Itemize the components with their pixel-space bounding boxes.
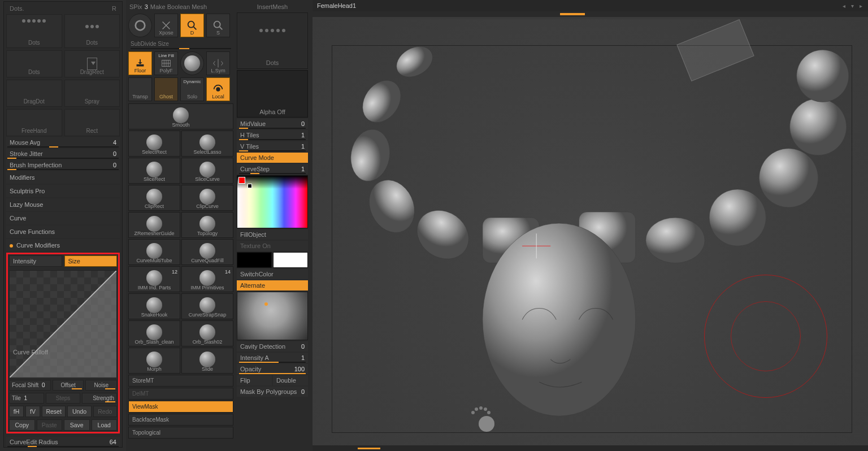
load-button[interactable]: Load — [92, 419, 118, 431]
paste-button[interactable]: Paste — [37, 419, 63, 431]
stroke-dragdot[interactable]: DragDot — [6, 80, 62, 107]
brush-curvemultitube[interactable]: CurveMultiTube — [128, 239, 180, 265]
shade-button[interactable] — [180, 51, 204, 75]
brush-slide[interactable]: Slide — [181, 348, 233, 374]
curvestep-slider[interactable]: CurveStep1 — [237, 164, 308, 174]
brush-imm-primitives[interactable]: 14IMM Primitives — [181, 266, 233, 292]
brush-clipcurve[interactable]: ClipCurve — [181, 185, 233, 211]
stroke-dots-3[interactable]: Dots — [6, 50, 62, 77]
brush-selectlasso[interactable]: SelectLasso — [181, 131, 233, 157]
flip-h-button[interactable]: fH — [9, 406, 24, 417]
reset-button[interactable]: Reset — [42, 406, 66, 417]
stroke-freehand[interactable]: FreeHand — [6, 109, 62, 136]
vtiles-slider[interactable]: V Tiles1 — [237, 141, 308, 151]
intensity-toggle[interactable]: Intensity — [9, 255, 62, 267]
flip-button[interactable]: Flip — [237, 375, 272, 385]
brush-curvequadfill[interactable]: CurveQuadFill — [181, 239, 233, 265]
offset-button[interactable]: Offset — [53, 380, 84, 391]
noise-button[interactable]: Noise — [85, 380, 117, 391]
flip-v-button[interactable]: fV — [25, 406, 40, 417]
local-button[interactable]: Local — [206, 77, 230, 101]
section-curve-modifiers[interactable]: Curve Modifiers — [6, 239, 120, 251]
primary-swatch-icon[interactable] — [238, 177, 245, 184]
stroke-dots-1[interactable]: Dots — [6, 14, 62, 48]
chevron-right-icon[interactable]: ▸ — [860, 3, 862, 9]
section-modifiers[interactable]: Modifiers — [6, 171, 120, 184]
intensity-a-slider[interactable]: Intensity A1 — [237, 353, 308, 363]
textureon-button[interactable]: Texture On — [237, 241, 308, 251]
switchcolor-button[interactable]: SwitchColor — [237, 269, 308, 279]
brush-orb-slash02[interactable]: Orb_Slash02 — [181, 320, 233, 346]
section-curve[interactable]: Curve — [6, 212, 120, 224]
material-preview[interactable] — [237, 292, 308, 340]
strength-slider[interactable]: Strength — [82, 393, 117, 404]
color-picker[interactable] — [237, 175, 308, 228]
brush-topology[interactable]: Topology — [181, 212, 233, 238]
opacity-slider[interactable]: Opacity100 — [237, 364, 308, 374]
make-boolean-mesh[interactable]: Make Boolean Mesh — [150, 3, 232, 10]
brush-curvestrapsnap[interactable]: CurveStrapSnap — [181, 293, 233, 319]
solo-button[interactable]: DynamicSolo — [180, 77, 204, 101]
lsym-button[interactable]: L.Sym — [206, 51, 230, 75]
stroke-preview[interactable]: Dots — [237, 12, 308, 69]
size-toggle[interactable]: Size — [64, 255, 118, 267]
draw-mode-button[interactable]: D — [180, 14, 204, 37]
polyf-button[interactable]: Line FillPolyF — [154, 51, 178, 75]
mask-by-polygroups-slider[interactable]: Mask By Polygroups0 — [237, 387, 308, 397]
brush-imperfection-slider[interactable]: Brush Imperfection 0 — [6, 160, 120, 170]
stroke-rect[interactable]: Rect — [64, 109, 120, 136]
backfacemask-button[interactable]: BackfaceMask — [128, 414, 233, 426]
floor-button[interactable]: Floor — [128, 51, 152, 75]
copy-button[interactable]: Copy — [9, 419, 35, 431]
chevron-left-icon[interactable]: ◂ — [843, 3, 845, 9]
brush-zremesherguide[interactable]: ZRemesherGuide — [128, 212, 180, 238]
insertmesh-label[interactable]: InsertMesh — [238, 3, 307, 10]
stroke-spray[interactable]: Spray — [64, 80, 120, 107]
subdivide-slider[interactable] — [131, 48, 231, 49]
canvas-3d[interactable] — [313, 19, 868, 445]
undo-button[interactable]: Undo — [67, 406, 91, 417]
htiles-slider[interactable]: H Tiles1 — [237, 130, 308, 140]
double-button[interactable]: Double — [273, 375, 308, 385]
tool-main-icon[interactable] — [128, 14, 152, 37]
brush-imm-ind-parts[interactable]: 12IMM Ind. Parts — [128, 266, 180, 292]
fillobject-button[interactable]: FillObject — [237, 229, 308, 240]
ghost-button[interactable]: Ghost — [154, 77, 178, 101]
viewport[interactable]: FemaleHead1 ◂ ▾ ▸ — [313, 0, 868, 451]
brush-smooth[interactable]: Smooth — [128, 103, 233, 129]
topological-button[interactable]: Topological — [128, 427, 233, 439]
brush-cliprect[interactable]: ClipRect — [128, 185, 180, 211]
storemt-button[interactable]: StoreMT — [128, 375, 233, 387]
save-button[interactable]: Save — [64, 419, 90, 431]
brush-orb-slash-clean[interactable]: Orb_Slash_clean — [128, 320, 180, 346]
brush-slicerect[interactable]: SliceRect — [128, 158, 180, 184]
brush-slicecurve[interactable]: SliceCurve — [181, 158, 233, 184]
alpha-preview[interactable]: Alpha Off — [237, 70, 308, 118]
mouse-avg-slider[interactable]: Mouse Avg 4 — [6, 137, 120, 148]
chevron-down-icon[interactable]: ▾ — [851, 3, 854, 9]
history-bar[interactable] — [313, 11, 868, 17]
section-curve-functions[interactable]: Curve Functions — [6, 226, 120, 238]
spix-value[interactable]: 3 — [145, 3, 148, 10]
curve-falloff-graph[interactable]: Curve Falloff — [9, 270, 117, 378]
stroke-dragrect[interactable]: DragRect — [64, 50, 120, 77]
viewmask-button[interactable]: ViewMask — [128, 401, 233, 413]
transp-button[interactable]: Transp — [128, 77, 152, 101]
secondary-swatch-icon[interactable] — [248, 184, 252, 188]
xpose-button[interactable]: Xpose — [154, 14, 178, 37]
midvalue-slider[interactable]: MidValue0 — [237, 119, 308, 129]
brush-snakehook[interactable]: SnakeHook — [128, 293, 180, 319]
curveedit-radius-slider[interactable]: CurveEdit Radius 64 — [6, 437, 120, 447]
alternate-toggle[interactable]: Alternate — [237, 280, 308, 290]
cavity-detection-slider[interactable]: Cavity Detection0 — [237, 341, 308, 352]
smooth-mode-button[interactable]: S — [206, 14, 230, 37]
texture-swatch[interactable] — [237, 252, 308, 268]
focal-shift-slider[interactable]: Focal Shift 0 — [9, 380, 51, 391]
tile-slider[interactable]: Tile 1 — [9, 393, 44, 404]
redo-button[interactable]: Redo — [93, 406, 117, 417]
section-sculptris-pro[interactable]: Sculptris Pro — [6, 185, 120, 197]
stroke-jitter-slider[interactable]: Stroke Jitter 0 — [6, 149, 120, 159]
section-lazy-mouse[interactable]: Lazy Mouse — [6, 198, 120, 211]
brush-morph[interactable]: Morph — [128, 348, 180, 374]
steps-slider[interactable]: Steps — [46, 393, 81, 404]
